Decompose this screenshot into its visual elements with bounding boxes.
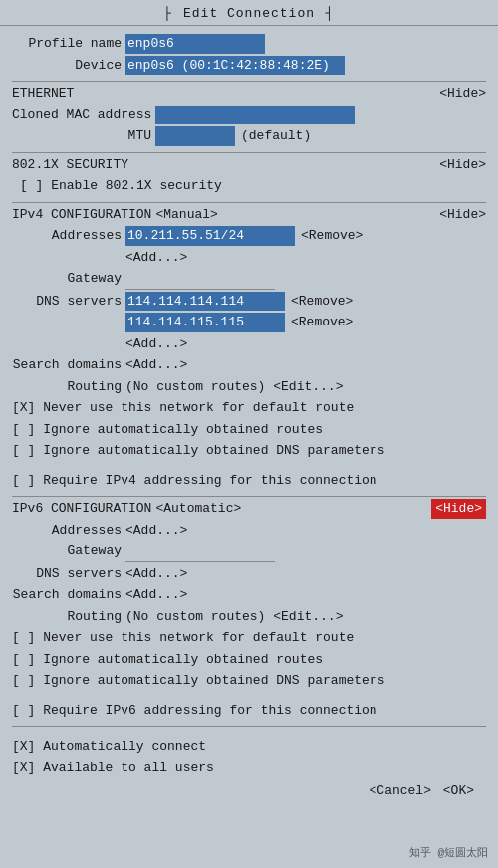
ipv4-routing-value[interactable]: (No custom routes) <Edit...>: [125, 377, 343, 397]
ipv6-ignore-dns-label: [ ] Ignore automatically obtained DNS pa…: [12, 671, 384, 691]
available-users-label: [X] Available to all users: [12, 759, 214, 778]
ipv4-divider: [12, 202, 486, 203]
ipv4-dns1-remove[interactable]: <Remove>: [291, 292, 353, 312]
ipv4-ignore-routes-label: [ ] Ignore automatically obtained routes: [12, 420, 323, 440]
ipv4-require-label: [ ] Require IPv4 addressing for this con…: [12, 471, 377, 491]
cloned-mac-value[interactable]: [155, 106, 355, 125]
ipv4-gateway-row: Gateway: [12, 269, 486, 290]
ipv6-search-row: Search domains <Add...>: [12, 585, 486, 605]
ipv4-address-remove[interactable]: <Remove>: [301, 226, 363, 246]
device-label: Device: [12, 56, 122, 76]
ipv4-hide[interactable]: <Hide>: [439, 205, 486, 225]
device-row: Device enp0s6 (00:1C:42:88:48:2E): [12, 56, 486, 76]
ipv4-dns1-row: DNS servers 114.114.114.114 <Remove>: [12, 292, 486, 312]
ipv4-routing-label: Routing: [12, 377, 122, 397]
ipv6-addresses-row: Addresses <Add...>: [12, 521, 486, 541]
ipv4-never-default[interactable]: [X] Never use this network for default r…: [12, 398, 486, 418]
content: Profile name enp0s6 Device enp0s6 (00:1C…: [0, 26, 498, 810]
ipv4-dns-add-row: <Add...>: [12, 334, 486, 354]
ipv6-search-label: Search domains: [12, 585, 122, 605]
screen: Edit Connection Profile name enp0s6 Devi…: [0, 0, 498, 868]
ipv6-dns-label: DNS servers: [12, 564, 122, 584]
ipv6-address-add[interactable]: <Add...>: [125, 521, 187, 541]
ipv4-mode[interactable]: <Manual>: [155, 205, 217, 225]
ipv4-add-address-row: <Add...>: [12, 248, 486, 268]
ipv4-routing-row: Routing (No custom routes) <Edit...>: [12, 377, 486, 397]
ipv6-gateway-label: Gateway: [12, 542, 122, 561]
ipv4-ignore-dns-label: [ ] Ignore automatically obtained DNS pa…: [12, 441, 384, 461]
security-section-header: 802.1X SECURITY <Hide>: [12, 155, 486, 175]
auto-connect-label: [X] Automatically connect: [12, 737, 206, 757]
ipv6-routing-value[interactable]: (No custom routes) <Edit...>: [125, 607, 343, 627]
ipv4-gateway-value[interactable]: [125, 269, 275, 290]
mtu-label: MTU: [12, 126, 151, 146]
ethernet-label: ETHERNET: [12, 84, 439, 104]
available-users-row[interactable]: [X] Available to all users: [12, 759, 486, 778]
ipv6-section-header: IPv6 CONFIGURATION <Automatic> <Hide>: [12, 499, 486, 519]
ipv4-dns2-value[interactable]: 114.114.115.115: [125, 313, 285, 332]
ipv4-label: IPv4 CONFIGURATION: [12, 205, 151, 225]
ipv4-ignore-routes[interactable]: [ ] Ignore automatically obtained routes: [12, 420, 486, 440]
profile-name-label: Profile name: [12, 34, 122, 54]
ipv4-ignore-dns[interactable]: [ ] Ignore automatically obtained DNS pa…: [12, 441, 486, 461]
ipv4-search-label: Search domains: [12, 355, 122, 375]
mtu-row: MTU (default): [12, 126, 486, 146]
ipv6-gateway-value[interactable]: [125, 542, 275, 562]
title-text: Edit Connection: [183, 6, 315, 21]
ethernet-section-header: ETHERNET <Hide>: [12, 84, 486, 104]
security-divider: [12, 152, 486, 153]
profile-name-row: Profile name enp0s6: [12, 34, 486, 54]
ipv6-never-default[interactable]: [ ] Never use this network for default r…: [12, 628, 486, 648]
ipv4-section-header: IPv4 CONFIGURATION <Manual> <Hide>: [12, 205, 486, 225]
ipv4-search-add[interactable]: <Add...>: [125, 355, 187, 375]
ipv6-ignore-dns[interactable]: [ ] Ignore automatically obtained DNS pa…: [12, 671, 486, 691]
ipv4-dns2-row: 114.114.115.115 <Remove>: [12, 313, 486, 332]
spacer3: [12, 729, 486, 737]
mtu-default: (default): [241, 126, 311, 146]
security-hide[interactable]: <Hide>: [439, 155, 486, 175]
ipv6-dns-row: DNS servers <Add...>: [12, 564, 486, 584]
ok-button[interactable]: <OK>: [443, 783, 474, 798]
ipv6-mode[interactable]: <Automatic>: [155, 499, 241, 519]
mtu-value[interactable]: [155, 126, 235, 146]
ipv4-dns-add[interactable]: <Add...>: [125, 334, 187, 354]
ipv6-never-default-label: [ ] Never use this network for default r…: [12, 628, 354, 648]
ipv6-addresses-label: Addresses: [12, 521, 122, 541]
ipv6-routing-label: Routing: [12, 607, 122, 627]
cloned-mac-row: Cloned MAC address: [12, 106, 486, 125]
ethernet-divider: [12, 81, 486, 82]
profile-name-value[interactable]: enp0s6: [125, 34, 265, 54]
ipv6-hide[interactable]: <Hide>: [431, 499, 486, 519]
ipv4-dns2-remove[interactable]: <Remove>: [291, 313, 353, 332]
ipv4-dns-label: DNS servers: [12, 292, 122, 312]
ipv6-ignore-routes-label: [ ] Ignore automatically obtained routes: [12, 650, 323, 670]
ipv4-gateway-label: Gateway: [12, 269, 122, 289]
ipv6-routing-row: Routing (No custom routes) <Edit...>: [12, 607, 486, 627]
ipv4-search-row: Search domains <Add...>: [12, 355, 486, 375]
cancel-button[interactable]: <Cancel>: [370, 783, 431, 798]
enable-security-label: [ ] Enable 802.1X security: [20, 176, 222, 196]
watermark: 知乎 @短圆太阳: [409, 845, 488, 860]
ipv4-require[interactable]: [ ] Require IPv4 addressing for this con…: [12, 471, 486, 491]
ipv4-address-value[interactable]: 10.211.55.51/24: [125, 226, 295, 246]
ipv6-require[interactable]: [ ] Require IPv6 addressing for this con…: [12, 701, 486, 721]
bottom-buttons: <Cancel> <OK>: [12, 779, 486, 798]
ipv6-dns-add[interactable]: <Add...>: [125, 564, 187, 584]
device-value[interactable]: enp0s6 (00:1C:42:88:48:2E): [125, 56, 345, 76]
ipv6-gateway-row: Gateway: [12, 542, 486, 562]
ipv6-label: IPv6 CONFIGURATION: [12, 499, 151, 519]
ipv4-dns1-value[interactable]: 114.114.114.114: [125, 292, 285, 312]
auto-connect-row[interactable]: [X] Automatically connect: [12, 737, 486, 757]
ipv4-add-address[interactable]: <Add...>: [125, 248, 187, 268]
spacer2: [12, 693, 486, 701]
security-label: 802.1X SECURITY: [12, 155, 439, 175]
ipv6-divider: [12, 496, 486, 497]
ipv6-require-label: [ ] Require IPv6 addressing for this con…: [12, 701, 377, 721]
ethernet-hide[interactable]: <Hide>: [439, 84, 486, 104]
ipv6-search-add[interactable]: <Add...>: [125, 585, 187, 605]
enable-security-row[interactable]: [ ] Enable 802.1X security: [12, 176, 486, 196]
bottom-divider: [12, 726, 486, 727]
title-bar: Edit Connection: [0, 0, 498, 26]
ipv4-addresses-label: Addresses: [12, 226, 122, 246]
ipv6-ignore-routes[interactable]: [ ] Ignore automatically obtained routes: [12, 650, 486, 670]
